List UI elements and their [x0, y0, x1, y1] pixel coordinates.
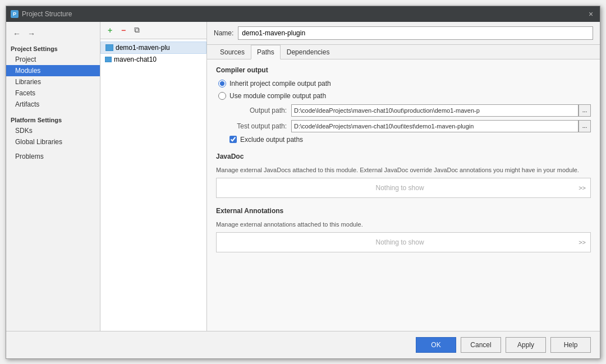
apply-button[interactable]: Apply	[506, 337, 546, 353]
tab-paths[interactable]: Paths	[251, 45, 281, 59]
compiler-output-title: Compiler output	[216, 66, 591, 74]
modules-panel: + − ⧉ demo1-maven-plu maven-chat10	[100, 22, 207, 331]
javadoc-expand-button[interactable]: >>	[579, 185, 586, 191]
sidebar-item-sdks[interactable]: SDKs	[6, 125, 100, 136]
exclude-label: Exclude output paths	[240, 136, 303, 144]
close-button[interactable]: ×	[586, 10, 595, 19]
remove-module-button[interactable]: −	[117, 24, 130, 36]
javadoc-title: JavaDoc	[216, 153, 591, 160]
name-row: Name:	[207, 22, 600, 45]
sidebar-item-modules[interactable]: Modules	[6, 65, 100, 76]
dialog-body: ← → Project Settings Project Modules Lib…	[6, 22, 600, 331]
javadoc-section: JavaDoc Manage external JavaDocs attache…	[216, 153, 591, 198]
inherit-radio-row: Inherit project compile output path	[216, 80, 591, 87]
sidebar-item-problems[interactable]: Problems	[6, 151, 100, 162]
project-structure-dialog: P Project Structure × ← → Project Settin…	[6, 6, 600, 359]
sidebar-item-libraries[interactable]: Libraries	[6, 76, 100, 87]
module-icon-small	[105, 57, 112, 62]
sidebar: ← → Project Settings Project Modules Lib…	[6, 22, 100, 331]
name-label: Name:	[214, 29, 233, 37]
back-button[interactable]: ←	[11, 27, 23, 40]
add-module-button[interactable]: +	[104, 24, 116, 36]
output-path-label: Output path:	[229, 107, 291, 114]
sidebar-item-artifacts[interactable]: Artifacts	[6, 99, 100, 110]
test-output-path-label: Test output path:	[229, 122, 291, 130]
ok-button[interactable]: OK	[416, 337, 456, 353]
use-module-radio-label: Use module compile output path	[229, 92, 326, 100]
tab-sources[interactable]: Sources	[214, 45, 251, 59]
sidebar-item-project[interactable]: Project	[6, 54, 100, 65]
external-annotations-title: External Annotations	[216, 207, 591, 215]
sidebar-item-facets[interactable]: Facets	[6, 87, 100, 99]
title-bar: P Project Structure ×	[6, 6, 600, 22]
use-module-radio[interactable]	[218, 92, 226, 100]
modules-toolbar: + − ⧉	[100, 22, 206, 39]
inherit-radio-label: Inherit project compile output path	[229, 80, 331, 87]
javadoc-description: Manage external JavaDocs attached to thi…	[216, 166, 591, 174]
module-item-maven-chat10[interactable]: maven-chat10	[100, 54, 206, 65]
module-icon	[105, 44, 113, 51]
sidebar-item-global-libraries[interactable]: Global Libraries	[6, 136, 100, 148]
module-item-demo1[interactable]: demo1-maven-plu	[100, 42, 206, 54]
external-annotations-nothing-panel: Nothing to show >>	[216, 232, 591, 252]
external-annotations-description: Manage external annotations attached to …	[216, 220, 591, 229]
output-path-input[interactable]	[291, 104, 579, 117]
platform-settings-label: Platform Settings	[6, 113, 100, 125]
inherit-radio[interactable]	[218, 80, 226, 87]
test-output-path-row: Test output path: ...	[216, 120, 591, 132]
main-content-area: + − ⧉ demo1-maven-plu maven-chat10	[100, 22, 600, 331]
forward-button[interactable]: →	[25, 27, 38, 40]
javadoc-nothing-panel: Nothing to show >>	[216, 178, 591, 198]
modules-list: demo1-maven-plu maven-chat10	[100, 39, 206, 331]
name-input[interactable]	[238, 26, 593, 40]
external-annotations-expand-button[interactable]: >>	[579, 239, 586, 246]
test-output-path-browse-button[interactable]: ...	[579, 120, 591, 132]
external-annotations-section: External Annotations Manage external ann…	[216, 207, 591, 252]
output-path-browse-button[interactable]: ...	[579, 104, 591, 117]
external-annotations-nothing-text: Nothing to show	[221, 238, 579, 246]
exclude-checkbox[interactable]	[229, 136, 237, 143]
dialog-title: Project Structure	[22, 10, 72, 18]
nav-buttons: ← →	[6, 25, 100, 42]
tab-dependencies[interactable]: Dependencies	[281, 45, 336, 59]
javadoc-nothing-text: Nothing to show	[221, 184, 579, 192]
content-body: Compiler output Inherit project compile …	[207, 59, 600, 331]
tabs-row: Sources Paths Dependencies	[207, 45, 600, 59]
use-module-radio-row: Use module compile output path	[216, 92, 591, 100]
cancel-button[interactable]: Cancel	[461, 337, 501, 353]
dialog-footer: OK Cancel Apply Help	[6, 331, 600, 358]
help-button[interactable]: Help	[550, 337, 591, 353]
content-right: Name: Sources Paths Dependencies	[207, 22, 600, 331]
exclude-checkbox-row: Exclude output paths	[216, 136, 591, 144]
app-icon: P	[11, 10, 19, 18]
output-path-row: Output path: ...	[216, 104, 591, 117]
title-bar-left: P Project Structure	[11, 10, 72, 18]
project-settings-label: Project Settings	[6, 42, 100, 54]
test-output-path-input[interactable]	[291, 120, 579, 132]
copy-module-button[interactable]: ⧉	[131, 24, 143, 36]
